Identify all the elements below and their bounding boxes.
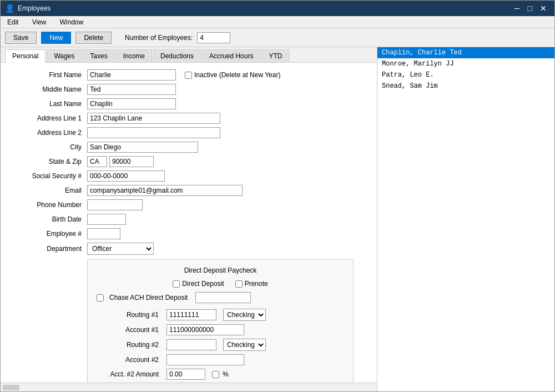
middle-name-label: Middle Name <box>9 86 87 93</box>
tabs: Personal Wages Taxes Income Deductions A… <box>1 47 377 63</box>
birth-date-label: Birth Date <box>9 215 87 223</box>
title-bar: 👤 Employees ─ □ ✕ <box>1 1 554 16</box>
department-row: Department Officer Manager Staff None <box>9 243 368 255</box>
form-area: Personal Wages Taxes Income Deductions A… <box>1 47 377 391</box>
ssn-row: Social Security # <box>9 170 368 182</box>
account-type1-select[interactable]: Checking Savings <box>223 309 266 321</box>
employee-num-label: Employee # <box>9 230 87 238</box>
account1-input[interactable] <box>167 324 244 335</box>
chase-label: Chase ACH Direct Deposit <box>109 294 188 301</box>
address2-row: Address Line 2 <box>9 127 368 138</box>
new-button[interactable]: New <box>41 32 71 44</box>
first-name-label: First Name <box>9 71 87 79</box>
email-input[interactable] <box>87 185 243 196</box>
acct2-pct-label: % <box>223 370 229 378</box>
email-row: Email <box>9 185 368 196</box>
routing2-input[interactable] <box>167 339 216 350</box>
routing2-label: Routing #2 <box>97 341 163 349</box>
routing1-row: Routing #1 Checking Savings <box>97 309 344 321</box>
prenote-label: Prenote <box>245 280 268 288</box>
minimize-button[interactable]: ─ <box>511 3 523 13</box>
toolbar: Save New Delete Number of Employees: <box>1 28 554 47</box>
phone-row: Phone Number <box>9 199 368 210</box>
email-label: Email <box>9 187 87 194</box>
tab-accrued-hours[interactable]: Accrued Hours <box>202 49 260 62</box>
account2-row: Account #2 <box>97 354 344 365</box>
account1-row: Account #1 <box>97 324 344 335</box>
middle-name-row: Middle Name <box>9 84 368 95</box>
employee-list-item[interactable]: Snead, Sam Jim <box>377 81 554 92</box>
inactive-checkbox[interactable] <box>185 72 192 79</box>
title-controls: ─ □ ✕ <box>511 3 550 13</box>
horizontal-scrollbar[interactable] <box>1 383 377 391</box>
dd-options-row: Direct Deposit Prenote <box>97 280 344 288</box>
city-label: City <box>9 143 87 151</box>
employee-list-item[interactable]: Patra, Leo E. <box>377 69 554 81</box>
employee-num-input[interactable] <box>87 228 120 239</box>
department-label: Department <box>9 245 87 253</box>
first-name-row: First Name Inactive (Delete at New Year) <box>9 69 368 81</box>
ssn-input[interactable] <box>87 170 165 182</box>
state-zip-label: State & Zip <box>9 158 87 165</box>
delete-button[interactable]: Delete <box>75 32 112 44</box>
address1-input[interactable] <box>87 113 220 124</box>
prenote-checkbox[interactable] <box>235 280 243 288</box>
account2-input[interactable] <box>167 354 244 365</box>
address2-label: Address Line 2 <box>9 129 87 137</box>
chase-row: Chase ACH Direct Deposit <box>97 292 344 303</box>
direct-deposit-section: Direct Deposit Paycheck Direct Deposit P… <box>87 259 354 383</box>
title-bar-left: 👤 Employees <box>5 4 51 13</box>
department-select[interactable]: Officer Manager Staff None <box>87 243 154 255</box>
direct-deposit-label: Direct Deposit <box>182 280 224 288</box>
employee-list-item[interactable]: Monroe, Marilyn JJ <box>377 58 554 69</box>
maximize-button[interactable]: □ <box>524 3 536 13</box>
employee-list-item[interactable]: Chaplin, Charlie Ted <box>377 47 554 58</box>
address1-label: Address Line 1 <box>9 114 87 122</box>
direct-deposit-checkbox-label[interactable]: Direct Deposit <box>173 280 224 288</box>
city-row: City <box>9 142 368 153</box>
main-content: Personal Wages Taxes Income Deductions A… <box>1 47 554 391</box>
employee-num-row: Employee # <box>9 228 368 239</box>
address2-input[interactable] <box>87 127 220 138</box>
address1-row: Address Line 1 <box>9 113 368 124</box>
acct2-amount-label: Acct. #2 Amount <box>97 370 163 378</box>
routing2-row: Routing #2 Checking Savings <box>97 339 344 351</box>
account-type2-select[interactable]: Checking Savings <box>223 339 266 351</box>
num-employees-label: Number of Employees: <box>125 34 193 42</box>
window-title: Employees <box>18 4 51 12</box>
chase-checkbox[interactable] <box>97 294 104 301</box>
main-window: 👤 Employees ─ □ ✕ Edit View Window Save … <box>0 0 555 392</box>
tab-income[interactable]: Income <box>116 49 152 62</box>
phone-input[interactable] <box>87 199 143 210</box>
menu-bar: Edit View Window <box>1 16 554 28</box>
direct-deposit-title: Direct Deposit Paycheck <box>97 267 344 274</box>
ssn-label: Social Security # <box>9 172 87 180</box>
num-employees-input[interactable] <box>197 32 230 43</box>
city-input[interactable] <box>87 142 198 153</box>
tab-taxes[interactable]: Taxes <box>83 49 114 62</box>
last-name-input[interactable] <box>87 98 176 109</box>
tab-deductions[interactable]: Deductions <box>153 49 201 62</box>
menu-window[interactable]: Window <box>55 17 88 27</box>
acct2-amount-row: Acct. #2 Amount % <box>97 369 344 380</box>
acct2-amount-input[interactable] <box>167 369 205 380</box>
state-zip-row: State & Zip <box>9 156 368 167</box>
phone-label: Phone Number <box>9 201 87 209</box>
state-input[interactable] <box>87 156 107 167</box>
tab-ytd[interactable]: YTD <box>261 49 289 62</box>
prenote-checkbox-label[interactable]: Prenote <box>235 280 268 288</box>
save-button[interactable]: Save <box>5 32 37 44</box>
chase-input[interactable] <box>195 292 251 303</box>
middle-name-input[interactable] <box>87 84 176 95</box>
menu-view[interactable]: View <box>28 17 51 27</box>
tab-personal[interactable]: Personal <box>5 49 46 63</box>
acct2-pct-checkbox[interactable] <box>212 371 219 378</box>
close-button[interactable]: ✕ <box>537 3 550 13</box>
birth-date-input[interactable] <box>87 214 126 225</box>
first-name-input[interactable] <box>87 69 176 81</box>
menu-edit[interactable]: Edit <box>3 17 23 27</box>
tab-wages[interactable]: Wages <box>47 49 82 62</box>
direct-deposit-checkbox[interactable] <box>173 280 180 288</box>
routing1-input[interactable] <box>167 309 216 320</box>
zip-input[interactable] <box>109 156 154 167</box>
